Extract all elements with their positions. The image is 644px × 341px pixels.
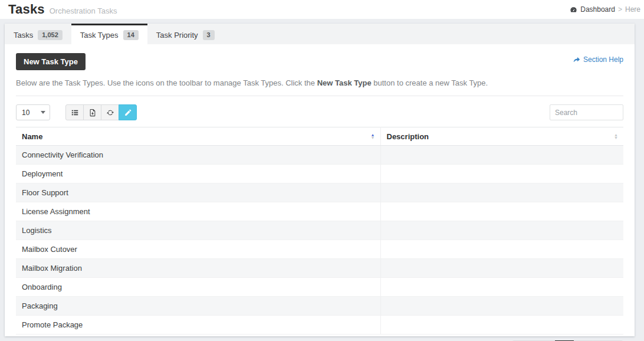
table-row[interactable]: Mailbox Cutover: [16, 240, 623, 259]
tab-content: New Task Type Section Help Below are the…: [5, 44, 635, 341]
task-name-cell: Onboarding: [16, 278, 380, 297]
table-row[interactable]: Onboarding: [16, 278, 623, 297]
tachometer-icon: [570, 6, 577, 14]
task-name-cell: Mailbox Migration: [16, 259, 380, 278]
edit-toggle-button[interactable]: [119, 104, 137, 120]
breadcrumb-current: Here: [625, 5, 640, 14]
intro-text: Below are the Task Types. Use the icons …: [16, 78, 623, 87]
task-name-cell: Promote Package: [16, 316, 380, 335]
divider: [16, 96, 623, 96]
tab-tasks-badge: 1,052: [38, 30, 63, 40]
column-description-label: Description: [387, 132, 429, 141]
task-types-table: Name ▲▼ Description ▲▼ Connectivity Veri…: [16, 127, 623, 335]
column-name-label: Name: [22, 132, 42, 141]
table-row[interactable]: Logistics: [16, 221, 623, 240]
task-description-cell: [380, 165, 623, 183]
breadcrumb-separator: >: [618, 5, 622, 14]
breadcrumb-dashboard-label: Dashboard: [580, 5, 615, 14]
task-name-cell: Connectivity Verification: [16, 146, 380, 165]
task-name-cell: License Assignment: [16, 202, 380, 221]
search-wrap: [550, 104, 623, 120]
table-row[interactable]: Mailbox Migration: [16, 259, 623, 278]
search-input[interactable]: [550, 104, 623, 120]
task-name-cell: Deployment: [16, 165, 380, 183]
section-help-label: Section Help: [583, 55, 623, 64]
tab-task-priority-badge: 3: [203, 30, 215, 40]
export-file-button[interactable]: [83, 104, 101, 120]
table-toolbar: 10: [16, 104, 623, 120]
table-row[interactable]: Promote Package: [16, 316, 623, 335]
page-title: Tasks: [8, 2, 45, 17]
task-name-cell: Floor Support: [16, 183, 380, 202]
table-row[interactable]: Packaging: [16, 297, 623, 316]
tab-task-priority[interactable]: Task Priority 3: [147, 24, 224, 44]
page-subtitle: Orchestration Tasks: [50, 6, 117, 15]
list-icon: [71, 109, 79, 117]
share-arrow-icon: [573, 56, 580, 64]
page-size-select[interactable]: 10: [16, 104, 50, 120]
sort-indicator-name: ▲▼: [371, 133, 375, 139]
table-row[interactable]: License Assignment: [16, 202, 623, 221]
tab-bar: Tasks 1,052 Task Types 14 Task Priority …: [5, 24, 635, 44]
task-name-cell: Packaging: [16, 297, 380, 316]
sort-indicator-description: ▲▼: [614, 133, 618, 139]
task-description-cell: [380, 221, 623, 240]
top-header: Tasks Orchestration Tasks Dashboard > He…: [0, 0, 644, 19]
new-task-type-button[interactable]: New Task Type: [16, 53, 86, 70]
table-row[interactable]: Floor Support: [16, 183, 623, 202]
tab-task-types[interactable]: Task Types 14: [71, 24, 147, 44]
column-header-name[interactable]: Name ▲▼: [16, 127, 380, 146]
task-description-cell: [380, 202, 623, 221]
task-description-cell: [380, 259, 623, 278]
task-description-cell: [380, 183, 623, 202]
tab-tasks[interactable]: Tasks 1,052: [5, 24, 71, 44]
task-description-cell: [380, 316, 623, 335]
column-header-description[interactable]: Description ▲▼: [380, 127, 623, 146]
tab-task-priority-label: Task Priority: [156, 31, 198, 40]
refresh-button[interactable]: [101, 104, 119, 120]
task-description-cell: [380, 297, 623, 316]
tab-task-types-badge: 14: [123, 30, 139, 40]
page-size-select-wrap: 10: [16, 104, 50, 120]
list-view-button[interactable]: [65, 104, 84, 120]
refresh-icon: [106, 109, 114, 117]
breadcrumb: Dashboard > Here: [570, 5, 640, 14]
task-description-cell: [380, 240, 623, 259]
section-help-link[interactable]: Section Help: [573, 55, 623, 64]
pencil-icon: [124, 109, 132, 117]
table-row[interactable]: Deployment: [16, 165, 623, 183]
task-description-cell: [380, 278, 623, 297]
task-name-cell: Mailbox Cutover: [16, 240, 380, 259]
file-export-icon: [88, 109, 97, 117]
table-row[interactable]: Connectivity Verification: [16, 146, 623, 165]
task-name-cell: Logistics: [16, 221, 380, 240]
breadcrumb-dashboard[interactable]: Dashboard: [570, 5, 615, 14]
table-body: Connectivity Verification Deployment Flo…: [16, 146, 623, 335]
main-panel: Tasks 1,052 Task Types 14 Task Priority …: [5, 24, 635, 336]
task-description-cell: [380, 146, 623, 165]
tab-tasks-label: Tasks: [14, 31, 33, 40]
tab-task-types-label: Task Types: [80, 31, 119, 40]
toolbar-button-group: [65, 104, 137, 120]
